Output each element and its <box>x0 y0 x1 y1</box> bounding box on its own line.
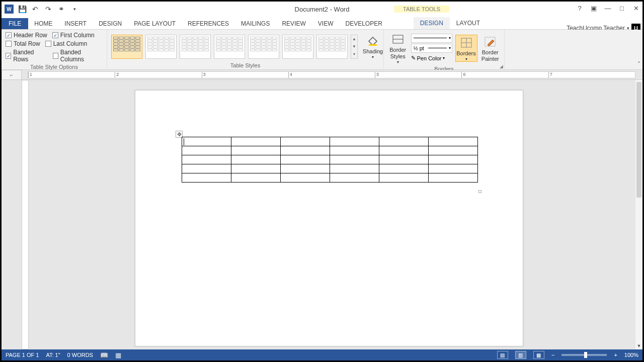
table-cell[interactable] <box>429 164 478 173</box>
table-cell[interactable] <box>379 137 429 146</box>
table-cell[interactable] <box>330 173 379 183</box>
qat-more-icon[interactable]: ▾ <box>70 5 79 14</box>
table-styles-scroll[interactable]: ▲ ▼ ▾ <box>351 35 358 59</box>
tab-review[interactable]: REVIEW <box>276 18 311 29</box>
table-cell[interactable] <box>379 146 429 155</box>
table-cell[interactable] <box>429 137 478 146</box>
tab-developer[interactable]: DEVELOPER <box>339 18 388 29</box>
tab-view[interactable]: VIEW <box>312 18 340 29</box>
chk-first-column[interactable]: ✓First Column <box>52 32 95 39</box>
line-weight-select[interactable]: ½ pt▾ <box>411 44 452 53</box>
document-table[interactable] <box>182 137 478 183</box>
tab-references[interactable]: REFERENCES <box>182 18 235 29</box>
undo-icon[interactable]: ↶ <box>31 5 40 14</box>
border-styles-button[interactable]: Border Styles▾ <box>388 32 408 65</box>
minimize-icon[interactable]: — <box>603 4 612 13</box>
ribbon-options-icon[interactable]: ▣ <box>589 4 598 13</box>
tab-table-design[interactable]: DESIGN <box>414 17 450 29</box>
table-cell[interactable] <box>330 164 379 173</box>
scroll-thumb[interactable] <box>636 82 641 198</box>
table-cell[interactable] <box>281 173 330 183</box>
gallery-more-icon[interactable]: ▾ <box>351 50 357 58</box>
tab-table-layout[interactable]: LAYOUT <box>450 17 487 29</box>
tab-insert[interactable]: INSERT <box>58 18 93 29</box>
table-cell[interactable] <box>231 155 281 164</box>
table-cell[interactable] <box>281 164 330 173</box>
borders-dialog-launcher[interactable]: ◢ <box>500 64 503 69</box>
table-cell[interactable] <box>330 155 379 164</box>
table-cell[interactable] <box>429 146 478 155</box>
maximize-icon[interactable]: □ <box>617 4 626 13</box>
zoom-out-icon[interactable]: − <box>551 352 554 358</box>
tab-page-layout[interactable]: PAGE LAYOUT <box>128 18 182 29</box>
table-cell[interactable] <box>182 155 231 164</box>
print-layout-icon[interactable]: ▥ <box>515 351 526 359</box>
read-mode-icon[interactable]: ▤ <box>497 351 508 359</box>
table-style-2[interactable] <box>145 35 177 59</box>
table-cell[interactable] <box>281 146 330 155</box>
document-page[interactable]: ✥ <box>135 90 523 346</box>
table-style-4[interactable] <box>214 35 245 59</box>
vertical-scrollbar[interactable]: ▲ ▼ <box>635 80 642 349</box>
table-cell[interactable] <box>379 164 429 173</box>
scroll-down-icon[interactable]: ▼ <box>635 342 642 349</box>
table-resize-handle[interactable] <box>478 190 481 193</box>
borders-button[interactable]: Borders▾ <box>455 35 477 62</box>
gallery-down-icon[interactable]: ▼ <box>351 43 357 50</box>
table-cell[interactable] <box>281 137 330 146</box>
tab-file[interactable]: FILE <box>2 18 28 29</box>
border-painter-button[interactable]: Border Painter <box>480 34 501 62</box>
svg-rect-0 <box>369 44 377 46</box>
tab-design-main[interactable]: DESIGN <box>93 18 128 29</box>
table-cell[interactable] <box>231 164 281 173</box>
help-icon[interactable]: ? <box>575 4 584 13</box>
line-style-select[interactable]: ▾ <box>411 34 452 43</box>
table-cell[interactable] <box>182 146 231 155</box>
shading-button[interactable]: Shading▾ <box>361 33 385 60</box>
chk-banded-rows[interactable]: ✓Banded Rows <box>6 49 48 63</box>
table-cell[interactable] <box>429 173 478 183</box>
table-cell[interactable] <box>231 173 281 183</box>
table-cell[interactable] <box>330 146 379 155</box>
zoom-in-icon[interactable]: + <box>614 352 617 358</box>
chk-total-row[interactable]: Total Row <box>6 40 40 47</box>
table-cell[interactable] <box>429 155 478 164</box>
table-style-7[interactable] <box>316 35 348 59</box>
horizontal-ruler[interactable]: 1234567 <box>28 71 635 78</box>
status-at[interactable]: AT: 1" <box>46 352 60 358</box>
vertical-ruler[interactable] <box>22 80 29 349</box>
ruler-corner[interactable]: ⌐ <box>2 70 22 80</box>
table-style-grid[interactable] <box>111 35 142 59</box>
table-style-3[interactable] <box>180 35 211 59</box>
table-cell[interactable] <box>379 173 429 183</box>
tab-mailings[interactable]: MAILINGS <box>235 18 276 29</box>
tab-home[interactable]: HOME <box>28 18 58 29</box>
collapse-ribbon-icon[interactable]: ˄ <box>637 61 640 68</box>
table-cell[interactable] <box>330 137 379 146</box>
redo-icon[interactable]: ↷ <box>44 5 53 14</box>
gallery-up-icon[interactable]: ▲ <box>351 35 357 43</box>
web-layout-icon[interactable]: ▦ <box>533 351 544 359</box>
chk-banded-columns[interactable]: Banded Columns <box>53 49 103 63</box>
macro-icon[interactable]: ▦ <box>115 351 121 359</box>
table-cell[interactable] <box>231 137 281 146</box>
zoom-level[interactable]: 100% <box>624 352 638 358</box>
status-page[interactable]: PAGE 1 OF 1 <box>6 352 39 358</box>
table-cell[interactable] <box>379 155 429 164</box>
table-style-6[interactable] <box>282 35 313 59</box>
table-cell[interactable] <box>182 173 231 183</box>
zoom-slider[interactable] <box>561 354 607 356</box>
table-cell[interactable] <box>182 137 231 146</box>
save-icon[interactable]: 💾 <box>18 5 27 14</box>
relationships-icon[interactable]: ⚭ <box>57 5 66 14</box>
pen-color-button[interactable]: ✎Pen Color▾ <box>411 54 452 63</box>
status-words[interactable]: 0 WORDS <box>67 352 93 358</box>
table-cell[interactable] <box>231 146 281 155</box>
table-cell[interactable] <box>281 155 330 164</box>
table-cell[interactable] <box>182 164 231 173</box>
chk-header-row[interactable]: ✓Header Row <box>6 32 47 39</box>
table-style-5[interactable] <box>248 35 279 59</box>
spellcheck-icon[interactable]: 📖 <box>100 351 108 359</box>
chk-last-column[interactable]: Last Column <box>45 40 87 47</box>
close-icon[interactable]: ✕ <box>631 4 640 13</box>
